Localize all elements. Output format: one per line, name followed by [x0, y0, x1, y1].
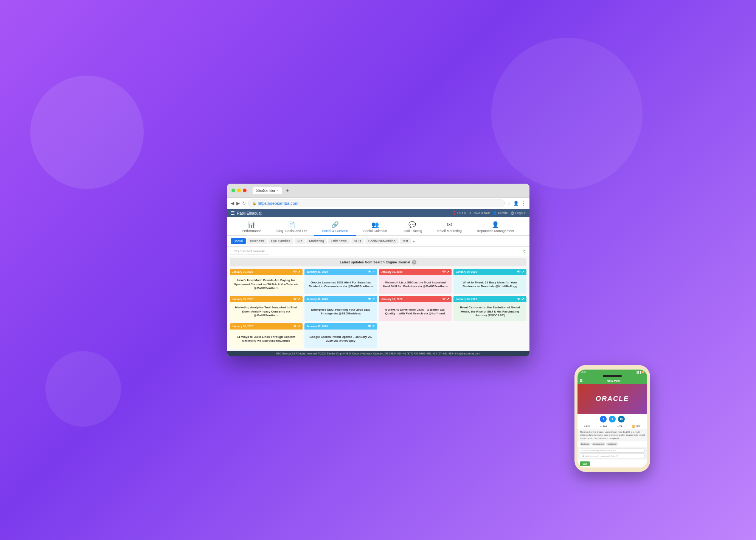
- phone-hashtag-input[interactable]: # Write a hashtag and press enter: [580, 448, 645, 453]
- app-footer: SEO Samba 2.8 All rights reserved © 2020…: [227, 351, 529, 356]
- nav-social-curation[interactable]: 🔗 Social & Curation: [314, 220, 356, 236]
- card-8: January 30, 2020 👁 ↗ Brent Csutoras on t…: [453, 296, 526, 321]
- likes-count: 823: [586, 425, 590, 427]
- card-9-body[interactable]: 11 Ways to Build Links Through Content M…: [230, 330, 303, 348]
- tab-social-networking[interactable]: Social Networking: [365, 238, 399, 244]
- refresh-icon[interactable]: ↻: [523, 249, 526, 254]
- close-button[interactable]: [243, 189, 247, 192]
- tab-marketing[interactable]: Marketing: [306, 238, 328, 244]
- banner-text: Latest updates from Search Engine Journa…: [340, 260, 410, 264]
- back-button[interactable]: ◀: [231, 201, 234, 206]
- nav-email-marketing[interactable]: ✉ Email Marketing: [430, 220, 469, 236]
- lead-tracing-icon: 💬: [408, 221, 416, 228]
- phone-screen: 12:10 ▐▐▐ 📶 ☰ New Post ORACLE f t in: [577, 370, 647, 467]
- card-7-body[interactable]: 8 Ways to Drive More Calls – & Better Ca…: [379, 302, 452, 321]
- phone-notch-inner: [603, 375, 622, 377]
- card-2-eye-icon[interactable]: 👁: [368, 270, 371, 274]
- card-3-eye-icon[interactable]: 👁: [442, 270, 446, 274]
- nav-lead-tracing[interactable]: 💬 Lead Tracing: [395, 220, 430, 236]
- forward-button[interactable]: ▶: [236, 201, 240, 206]
- card-3: January 30, 2020 👁 ↗ Microsoft Lists SEO…: [379, 269, 452, 294]
- facebook-share-icon[interactable]: f: [600, 416, 607, 422]
- nav-blog[interactable]: 📄 Blog, Social and PR: [269, 220, 314, 236]
- card-10-eye-icon[interactable]: 👁: [368, 325, 371, 328]
- card-1-actions: 👁 ↗: [293, 270, 300, 274]
- card-3-body[interactable]: Microsoft Lists SEO as the Most Importan…: [379, 275, 452, 294]
- add-tab-button[interactable]: +: [412, 238, 415, 244]
- card-8-share-icon[interactable]: ↗: [522, 297, 524, 301]
- nav-email-label: Email Marketing: [437, 229, 462, 233]
- card-3-share-icon[interactable]: ↗: [447, 270, 449, 274]
- card-6-eye-icon[interactable]: 👁: [368, 297, 371, 301]
- card-2-share-icon[interactable]: ↗: [372, 270, 375, 274]
- banner-help-icon[interactable]: ?: [412, 260, 416, 265]
- logout-link[interactable]: ⏻ Logout: [511, 211, 525, 215]
- tab-social[interactable]: Social: [231, 238, 246, 244]
- tab-close-icon[interactable]: ×: [276, 189, 278, 192]
- card-4-eye-icon[interactable]: 👁: [517, 270, 520, 274]
- tab-business[interactable]: Business: [247, 238, 267, 244]
- card-3-header: January 30, 2020 👁 ↗: [379, 269, 452, 275]
- card-5-actions: 👁 ↗: [293, 297, 300, 301]
- card-4-share-icon[interactable]: ↗: [522, 270, 524, 274]
- card-7-eye-icon[interactable]: 👁: [442, 297, 446, 301]
- tag-business[interactable]: business: [580, 443, 590, 446]
- card-2-body[interactable]: Google Launches SOS Alert For Searches R…: [304, 275, 377, 294]
- help-link[interactable]: ❓ HELP: [452, 211, 466, 215]
- url-box[interactable]: 🔒 https://seosamba.com: [248, 200, 505, 207]
- phone-hamburger-icon[interactable]: ☰: [580, 379, 582, 382]
- topbar-right: ❓ HELP ✈ Take a tour 👤 Profile ⏻ Logout: [452, 211, 526, 215]
- twitter-share-icon[interactable]: t: [609, 416, 616, 422]
- tag-entrepreneur[interactable]: entrepreneur: [591, 443, 605, 446]
- phone-input-area: # Write a hashtag and press enter 🔗 Link…: [577, 447, 647, 460]
- refresh-button[interactable]: ↻: [242, 201, 246, 206]
- card-empty-1: [379, 323, 452, 348]
- phone-description: The man behind Oracle: Larry Ellison fro…: [577, 429, 647, 441]
- profile-icon[interactable]: 👤: [513, 201, 519, 206]
- hamburger-menu[interactable]: ☰: [231, 210, 235, 216]
- profile-link[interactable]: 👤 Profile: [493, 211, 508, 215]
- card-9-eye-icon[interactable]: 👁: [293, 325, 297, 328]
- maximize-button[interactable]: [231, 189, 235, 192]
- phone-post-button[interactable]: GO: [580, 461, 590, 466]
- card-6-body[interactable]: Enterprise SEO: Planning Your 2020 SEO S…: [304, 302, 377, 321]
- phone-image: ORACLE: [577, 384, 647, 414]
- card-5-body[interactable]: Marketing Analytics Tool Jumpshot to Shu…: [230, 302, 303, 321]
- card-4-body[interactable]: What to Tweet: 21 Easy Ideas for Your Bu…: [453, 275, 526, 294]
- bookmark-icon[interactable]: ☆: [507, 201, 511, 206]
- card-6-share-icon[interactable]: ↗: [372, 297, 375, 301]
- card-8-date: January 30, 2020: [456, 298, 477, 300]
- card-1: January 31, 2020 👁 ↗ Here's How Much Bra…: [230, 269, 303, 294]
- tab-test[interactable]: test: [400, 238, 411, 244]
- browser-menu-icon[interactable]: ⋮: [521, 201, 526, 206]
- nav-reputation[interactable]: 👤 Reputation Management: [469, 220, 522, 236]
- card-8-body[interactable]: Brent Csutoras on the Evolution of Socia…: [453, 302, 526, 321]
- active-tab[interactable]: SeoSamba ×: [253, 187, 283, 194]
- card-1-eye-icon[interactable]: 👁: [293, 270, 297, 274]
- card-5-eye-icon[interactable]: 👁: [293, 297, 297, 301]
- bg-circle-3: [491, 38, 643, 189]
- card-1-share-icon[interactable]: ↗: [298, 270, 300, 274]
- tab-eye-candies[interactable]: Eye Candies: [268, 238, 293, 244]
- new-tab-button[interactable]: +: [284, 187, 291, 194]
- main-content: Latest updates from Search Engine Journa…: [227, 256, 529, 351]
- tab-odd-news[interactable]: Odd news: [328, 238, 350, 244]
- nav-performance[interactable]: 📊 Performance: [234, 220, 269, 236]
- nav-social-calendar[interactable]: 👥 Social Calendar: [356, 220, 395, 236]
- tour-link[interactable]: ✈ Take a tour: [469, 211, 490, 215]
- tag-marketing[interactable]: marketing: [606, 443, 618, 446]
- card-1-body[interactable]: Here's How Much Brands Are Paying for Sp…: [230, 275, 303, 294]
- phone-link-input[interactable]: 🔗 Link (optional) - start with (http://): [580, 453, 645, 458]
- minimize-button[interactable]: [237, 189, 241, 192]
- card-7-share-icon[interactable]: ↗: [447, 297, 449, 301]
- blog-icon: 📄: [288, 221, 295, 228]
- card-10-share-icon[interactable]: ↗: [372, 325, 375, 328]
- tab-seo[interactable]: SEO: [351, 238, 364, 244]
- tab-fr[interactable]: FR: [295, 238, 305, 244]
- card-8-eye-icon[interactable]: 👁: [517, 297, 520, 301]
- card-9-share-icon[interactable]: ↗: [298, 325, 300, 328]
- likes-icon: ♥: [584, 425, 585, 427]
- card-5-share-icon[interactable]: ↗: [298, 297, 300, 301]
- linkedin-share-icon[interactable]: in: [618, 416, 625, 422]
- card-10-body[interactable]: Google Search Patent Update – January 29…: [304, 330, 377, 348]
